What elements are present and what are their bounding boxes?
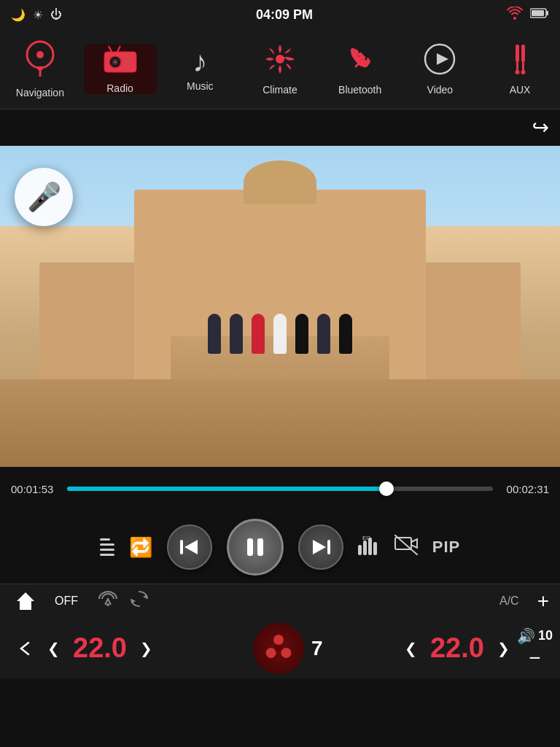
fan-row: 7 — [253, 623, 304, 674]
svg-point-21 — [516, 70, 520, 74]
svg-marker-39 — [143, 595, 147, 599]
progress-bar[interactable] — [67, 487, 493, 491]
svg-point-22 — [521, 70, 526, 74]
progress-thumb[interactable] — [379, 481, 394, 496]
power-icon: ⏻ — [50, 8, 62, 21]
status-bar: 🌙 ☀ ⏻ 04:09 PM — [0, 0, 560, 29]
nav-item-video[interactable]: Video — [403, 43, 476, 96]
timeline-area: 00:01:53 00:02:31 — [0, 467, 560, 511]
eq-button[interactable]: EQ — [358, 535, 380, 560]
nav-item-aux[interactable]: AUX — [483, 43, 556, 96]
svg-line-13 — [117, 46, 120, 52]
svg-rect-26 — [257, 538, 263, 556]
svg-line-12 — [109, 46, 112, 52]
ground — [0, 379, 560, 467]
volume-plus-button[interactable]: + — [537, 589, 549, 613]
person-1 — [208, 314, 221, 354]
bluetooth-icon — [344, 43, 376, 80]
right-temp-value: 22.0 — [424, 632, 490, 664]
play-pause-button[interactable] — [227, 519, 284, 576]
off-label: OFF — [55, 595, 78, 608]
nav-item-bluetooth[interactable]: Bluetooth — [324, 43, 397, 96]
right-temp-control: ❮ 22.0 ❯ — [401, 632, 513, 664]
pip-button[interactable]: PIP — [432, 538, 460, 557]
wifi-icon — [507, 7, 523, 23]
svg-marker-35 — [411, 539, 417, 548]
mic-icon: 🎤 — [27, 181, 61, 213]
nav-item-climate[interactable]: Climate — [244, 43, 316, 96]
svg-point-38 — [106, 603, 109, 606]
svg-rect-30 — [363, 541, 367, 555]
battery-icon — [530, 8, 549, 21]
current-time: 00:01:53 — [11, 483, 58, 495]
nav-label-bluetooth: Bluetooth — [338, 84, 381, 96]
climate-top-row: OFF A/C + — [0, 584, 560, 617]
repeat-button[interactable]: 🔁 — [129, 536, 152, 559]
left-temp-down[interactable]: ❮ — [44, 636, 63, 661]
climate-back-button[interactable] — [7, 632, 44, 665]
playlist-button[interactable] — [100, 538, 114, 556]
svg-marker-24 — [184, 540, 198, 554]
video-area: 🎤 — [0, 146, 560, 467]
volume-control: 🔊 10 − — [517, 627, 553, 670]
svg-marker-40 — [131, 599, 136, 603]
sync-icon — [129, 589, 149, 614]
prev-button[interactable] — [167, 525, 212, 570]
volume-minus-button[interactable]: − — [529, 646, 540, 670]
svg-point-44 — [275, 645, 282, 652]
svg-point-8 — [114, 61, 116, 63]
next-button[interactable] — [298, 525, 343, 570]
music-icon: ♪ — [192, 47, 207, 76]
status-time: 04:09 PM — [256, 7, 313, 23]
svg-rect-27 — [327, 540, 330, 554]
left-temp-up[interactable]: ❯ — [136, 636, 156, 661]
svg-rect-29 — [358, 545, 362, 555]
svg-rect-10 — [123, 60, 132, 62]
climate-icon — [264, 43, 296, 80]
fan-speed-value: 7 — [311, 637, 323, 660]
nav-label-navigation: Navigation — [16, 87, 64, 98]
svg-point-41 — [273, 635, 284, 645]
back-button[interactable]: ↩ — [532, 115, 549, 139]
fan-direction-icon — [96, 589, 120, 614]
nav-item-music[interactable]: ♪ Music — [163, 47, 236, 92]
moon-icon: 🌙 — [11, 8, 26, 22]
svg-rect-9 — [123, 56, 132, 58]
nav-label-aux: AUX — [510, 84, 531, 96]
video-scene — [0, 146, 560, 467]
svg-rect-11 — [123, 63, 132, 66]
volume-icon: 🔊 — [517, 627, 535, 645]
controls-area: 🔁 EQ — [0, 511, 560, 584]
svg-rect-2 — [532, 10, 544, 16]
no-video-button[interactable] — [394, 535, 418, 560]
volume-value: 10 — [538, 628, 553, 643]
aux-icon — [504, 43, 536, 80]
left-temp-value: 22.0 — [67, 632, 133, 664]
right-temp-up[interactable]: ❯ — [494, 636, 513, 661]
svg-rect-32 — [373, 542, 377, 555]
progress-fill — [67, 487, 386, 491]
person-7 — [339, 314, 352, 354]
fan-button[interactable] — [253, 623, 304, 674]
nav-item-radio[interactable]: Radio — [84, 44, 157, 94]
svg-marker-37 — [17, 592, 34, 610]
radio-icon — [103, 44, 138, 78]
person-2 — [230, 314, 243, 354]
navigation-icon — [26, 40, 55, 82]
home-button[interactable] — [7, 584, 44, 617]
svg-rect-18 — [521, 44, 525, 62]
right-temp-down[interactable]: ❮ — [401, 636, 421, 661]
nav-label-video: Video — [427, 84, 454, 96]
sun-icon: ☀ — [33, 8, 43, 22]
mic-button[interactable]: 🎤 — [15, 168, 73, 226]
people-group — [208, 314, 352, 354]
building-wing-right — [411, 263, 521, 394]
climate-bottom-row: ❮ 22.0 ❯ 7 ❮ 22.0 ❯ — [0, 617, 560, 679]
nav-label-radio: Radio — [106, 82, 133, 94]
nav-item-navigation[interactable]: Navigation — [4, 40, 77, 98]
ac-label: A/C — [499, 595, 519, 608]
svg-rect-25 — [247, 538, 253, 556]
svg-rect-1 — [546, 11, 548, 15]
person-3 — [252, 314, 265, 354]
back-bar: ↩ — [0, 109, 560, 146]
